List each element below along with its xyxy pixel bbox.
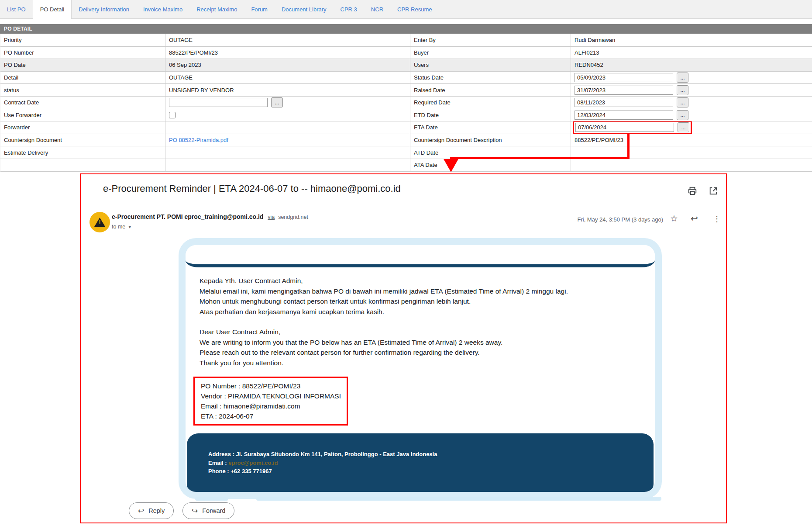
via-label: via <box>268 214 275 220</box>
footer-email-label: Email : <box>208 460 228 466</box>
tab-forum[interactable]: Forum <box>244 0 275 18</box>
to-me-label: to me <box>112 224 125 230</box>
email-date: Fri, May 24, 3:50 PM (3 days ago) <box>539 216 663 223</box>
table-row: Estimate Delivery ATD Date <box>0 146 812 159</box>
forward-button[interactable]: ↪ Forward <box>182 502 234 519</box>
status-date-label: Status Date <box>410 72 571 84</box>
reply-arrow-icon: ↩ <box>138 506 144 516</box>
eta-date-picker-button[interactable]: ... <box>678 122 689 132</box>
eta-connector-arrow-horizontal <box>450 157 630 159</box>
status-value: UNSIGNED BY VENDOR <box>165 84 410 96</box>
raised-date-label: Raised Date <box>410 84 571 96</box>
tab-document-library[interactable]: Document Library <box>275 0 334 18</box>
po-detail-panel-header: PO DETAIL <box>0 24 812 34</box>
page: List PO PO Detail Delivery Information I… <box>0 0 812 526</box>
countersign-document-description-label: Countersign Document Description <box>410 134 571 146</box>
eta-connector-arrow-vertical <box>627 133 630 159</box>
email-card-header-banner <box>186 245 655 267</box>
paragraph-line: Melalui email ini, kami mengingatkan bah… <box>200 286 655 297</box>
tab-po-detail[interactable]: PO Detail <box>33 0 72 19</box>
users-value: REDN0452 <box>571 59 812 71</box>
po-detail-table: Priority OUTAGE Enter By Rudi Darmawan P… <box>0 34 812 172</box>
paragraph-line: Dear User Contract Admin, <box>200 327 655 337</box>
tab-invoice-maximo[interactable]: Invoice Maximo <box>136 0 189 18</box>
etd-date-picker-button[interactable]: ... <box>677 110 688 120</box>
paragraph-english: Dear User Contract Admin, We are writing… <box>200 327 655 368</box>
status-date-picker-button[interactable]: ... <box>677 73 688 83</box>
priority-value: OUTAGE <box>165 34 410 46</box>
print-icon[interactable] <box>688 186 697 196</box>
forward-arrow-icon: ↪ <box>192 506 198 516</box>
footer-email-line: Email : eproc@pomi.co.id <box>208 459 654 467</box>
paragraph-line: Thank you for you attention. <box>200 358 655 368</box>
po-date-label: PO Date <box>0 59 165 71</box>
open-in-new-icon[interactable] <box>709 186 718 196</box>
paragraph-line: Kepada Yth. User Contract Admin, <box>200 276 655 286</box>
buyer-value: ALFI0213 <box>571 47 812 59</box>
contract-date-input[interactable] <box>169 98 268 107</box>
detail-label: Detail <box>0 72 165 84</box>
paragraph-line: Atas perhatian dan kerjasamanya kami uca… <box>200 307 655 317</box>
sender-line: e-Procurement PT. POMI eproc_training@po… <box>112 213 308 220</box>
star-icon[interactable]: ☆ <box>670 213 678 224</box>
footer-address: Address : Jl. Surabaya Situbondo Km 141,… <box>208 450 654 459</box>
table-row: PO Number 88522/PE/POMI/23 Buyer ALFI021… <box>0 47 812 59</box>
empty-value <box>165 159 410 171</box>
table-row: status UNSIGNED BY VENDOR Raised Date ..… <box>0 84 812 97</box>
po-summary-eta: ETA : 2024-06-07 <box>201 411 347 421</box>
paragraph-indonesian: Kepada Yth. User Contract Admin, Melalui… <box>200 276 655 317</box>
use-forwarder-label: Use Forwarder <box>0 109 165 121</box>
tab-receipt-maximo[interactable]: Receipt Maximo <box>189 0 244 18</box>
empty-label <box>0 159 165 171</box>
tab-cpr-3[interactable]: CPR 3 <box>334 0 364 18</box>
use-forwarder-checkbox[interactable] <box>169 112 175 118</box>
to-me-dropdown[interactable]: to me ▾ <box>112 224 131 230</box>
tab-ncr[interactable]: NCR <box>364 0 390 18</box>
paragraph-line: Mohon untuk menghubungi contact person t… <box>200 296 655 307</box>
estimate-delivery-value <box>165 146 410 159</box>
po-summary-vendor: Vendor : PIRAMIDA TEKNOLOGI INFORMASI <box>201 391 347 401</box>
status-label: status <box>0 84 165 96</box>
table-row: PO Date 06 Sep 2023 Users REDN0452 <box>0 59 812 72</box>
card-shadow-strip <box>195 497 228 501</box>
required-date-label: Required Date <box>410 97 571 109</box>
table-row: Detail OUTAGE Status Date ... <box>0 72 812 84</box>
ata-date-value <box>571 159 812 171</box>
sender-name: e-Procurement PT. POMI eproc_training@po… <box>112 213 263 220</box>
email-footer-banner: Address : Jl. Surabaya Situbondo Km 141,… <box>187 433 654 495</box>
eta-date-input[interactable] <box>575 123 674 132</box>
more-options-icon[interactable]: ⋮ <box>713 214 721 224</box>
countersign-document-description-value: 88522/PE/POMI/23 <box>571 134 812 146</box>
chevron-down-icon: ▾ <box>129 225 131 229</box>
paragraph-line: Please reach out to the relevant contact… <box>200 347 655 358</box>
tab-cpr-resume[interactable]: CPR Resume <box>390 0 439 18</box>
etd-date-input[interactable] <box>575 111 673 120</box>
required-date-picker-button[interactable]: ... <box>677 97 688 107</box>
estimate-delivery-label: Estimate Delivery <box>0 146 165 159</box>
table-row: Forwarder ETA Date ... <box>0 121 812 134</box>
contract-date-picker-button[interactable]: ... <box>271 97 283 107</box>
po-summary-email: Email : himaone@piramidati.com <box>201 401 347 411</box>
reply-button-label: Reply <box>148 507 165 514</box>
countersign-document-link[interactable]: PO 88522-Piramida.pdf <box>169 137 228 143</box>
status-date-input[interactable] <box>575 73 673 82</box>
detail-value: OUTAGE <box>165 72 410 84</box>
reply-icon[interactable]: ↩ <box>691 213 698 224</box>
eta-connector-arrowhead-icon <box>444 159 458 172</box>
via-domain: sendgrid.net <box>278 214 308 220</box>
footer-email-link[interactable]: eproc@pomi.co.id <box>228 460 278 466</box>
card-shadow-strip <box>256 497 661 501</box>
warning-exclamation-icon: ! <box>94 219 105 225</box>
forwarder-label: Forwarder <box>0 121 165 134</box>
tab-list-po[interactable]: List PO <box>0 0 33 18</box>
table-row: ATA Date <box>0 159 812 172</box>
required-date-input[interactable] <box>575 98 673 107</box>
countersign-document-label: Countersign Document <box>0 134 165 146</box>
table-row: Contract Date ... Required Date ... <box>0 97 812 109</box>
raised-date-input[interactable] <box>575 86 673 95</box>
ata-date-label: ATA Date <box>410 159 571 171</box>
reply-button[interactable]: ↩ Reply <box>129 502 174 519</box>
raised-date-picker-button[interactable]: ... <box>677 85 688 95</box>
users-label: Users <box>410 59 571 71</box>
tab-delivery-information[interactable]: Delivery Information <box>72 0 136 18</box>
